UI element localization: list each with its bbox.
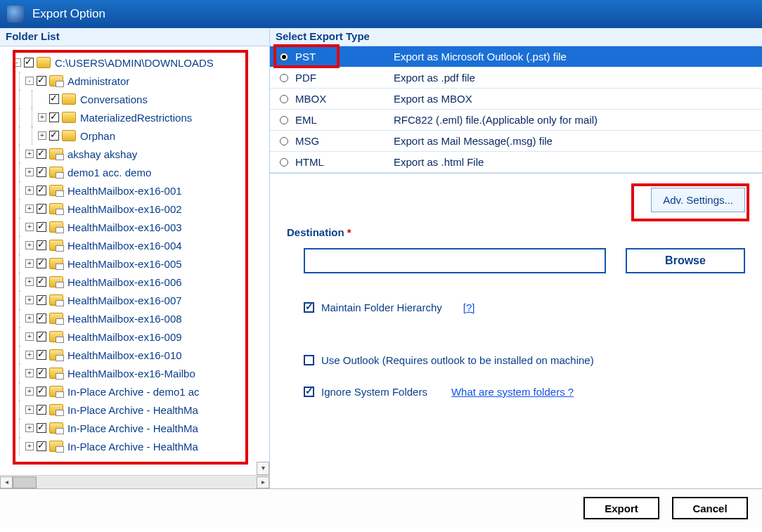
tree-node[interactable]: +In-Place Archive - HealthMa xyxy=(0,419,269,437)
mailbox-icon xyxy=(49,167,63,178)
tree-node[interactable]: +In-Place Archive - demo1 ac xyxy=(0,382,269,401)
tree-checkbox[interactable] xyxy=(37,204,46,214)
expand-icon[interactable]: + xyxy=(25,406,34,414)
tree-checkbox[interactable] xyxy=(37,240,46,250)
scrollbar-track[interactable] xyxy=(13,476,257,488)
tree-node[interactable]: +Orphan xyxy=(0,126,269,145)
tree-checkbox[interactable] xyxy=(49,94,59,104)
tree-node[interactable]: +HealthMailbox-ex16-003 xyxy=(0,218,269,236)
tree-checkbox[interactable] xyxy=(37,277,46,287)
expand-icon[interactable]: + xyxy=(38,113,46,122)
destination-input[interactable] xyxy=(304,248,606,273)
export-type-msg[interactable]: MSGExport as Mail Message(.msg) file xyxy=(270,131,762,152)
collapse-icon[interactable]: - xyxy=(25,77,34,85)
expand-icon[interactable]: + xyxy=(25,387,34,396)
tree-checkbox[interactable] xyxy=(37,222,46,232)
tree-node[interactable]: -Administrator xyxy=(0,72,269,90)
tree-checkbox[interactable] xyxy=(49,112,59,122)
expand-icon[interactable]: + xyxy=(25,442,34,450)
expand-icon[interactable]: + xyxy=(25,150,34,158)
scroll-left-icon[interactable]: ◂ xyxy=(0,476,13,488)
tree-checkbox[interactable] xyxy=(49,131,59,141)
folder-tree[interactable]: -C:\USERS\ADMIN\DOWNLOADS-AdministratorC… xyxy=(0,53,269,455)
expand-icon[interactable]: + xyxy=(25,296,34,304)
tree-node[interactable]: +akshay akshay xyxy=(0,145,269,163)
tree-node[interactable]: +demo1 acc. demo xyxy=(0,163,269,181)
tree-node[interactable]: +HealthMailbox-ex16-010 xyxy=(0,346,269,364)
radio-icon[interactable] xyxy=(280,53,288,61)
expand-icon[interactable]: + xyxy=(25,259,34,268)
tree-node[interactable]: +HealthMailbox-ex16-006 xyxy=(0,273,269,291)
ignore-system-checkbox[interactable] xyxy=(304,387,314,397)
tree-node[interactable]: +HealthMailbox-ex16-005 xyxy=(0,254,269,273)
scrollbar-thumb[interactable] xyxy=(13,476,37,488)
tree-checkbox[interactable] xyxy=(37,387,46,396)
tree-checkbox[interactable] xyxy=(37,441,46,451)
tree-node[interactable]: +In-Place Archive - HealthMa xyxy=(0,401,269,419)
tree-checkbox[interactable] xyxy=(37,259,46,268)
expand-icon[interactable]: + xyxy=(25,424,34,432)
tree-node[interactable]: +HealthMailbox-ex16-001 xyxy=(0,181,269,200)
tree-node[interactable]: +HealthMailbox-ex16-007 xyxy=(0,291,269,309)
tree-checkbox[interactable] xyxy=(37,423,46,433)
export-type-pdf[interactable]: PDFExport as .pdf file xyxy=(270,67,762,89)
expand-icon[interactable]: + xyxy=(25,186,34,195)
browse-button[interactable]: Browse xyxy=(626,248,745,273)
cancel-button[interactable]: Cancel xyxy=(672,497,748,519)
expand-icon[interactable]: + xyxy=(25,223,34,231)
adv-settings-button[interactable]: Adv. Settings... xyxy=(651,188,745,212)
expand-icon[interactable]: + xyxy=(25,205,34,213)
expand-icon[interactable]: + xyxy=(25,168,34,176)
horizontal-scrollbar[interactable]: ◂ ▸ xyxy=(0,475,269,488)
mailbox-icon xyxy=(49,240,63,251)
tree-node[interactable]: +HealthMailbox-ex16-002 xyxy=(0,200,269,218)
expand-icon[interactable]: + xyxy=(25,351,34,359)
tree-checkbox[interactable] xyxy=(37,149,46,159)
tree-checkbox[interactable] xyxy=(37,76,46,86)
radio-icon[interactable] xyxy=(280,95,288,103)
scroll-right-icon[interactable]: ▸ xyxy=(257,476,269,488)
expand-icon[interactable]: + xyxy=(25,241,34,249)
tree-node[interactable]: Conversations xyxy=(0,90,269,108)
tree-node[interactable]: +MaterializedRestrictions xyxy=(0,108,269,126)
expand-icon[interactable]: + xyxy=(25,332,34,341)
radio-icon[interactable] xyxy=(280,137,288,145)
use-outlook-option[interactable]: Use Outlook (Requires outlook to be inst… xyxy=(304,354,745,366)
ignore-system-option[interactable]: Ignore System Folders What are system fo… xyxy=(304,386,745,398)
collapse-icon[interactable]: - xyxy=(13,58,21,67)
tree-checkbox[interactable] xyxy=(37,186,46,195)
export-button[interactable]: Export xyxy=(583,497,659,519)
export-type-html[interactable]: HTMLExport as .html File xyxy=(270,152,762,173)
radio-icon[interactable] xyxy=(280,116,288,124)
radio-icon[interactable] xyxy=(280,158,288,167)
tree-node[interactable]: +HealthMailbox-ex16-004 xyxy=(0,236,269,254)
tree-node[interactable]: +HealthMailbox-ex16-Mailbo xyxy=(0,364,269,382)
export-type-pst[interactable]: PSTExport as Microsoft Outlook (.pst) fi… xyxy=(270,46,762,67)
tree-checkbox[interactable] xyxy=(37,167,46,177)
maintain-hierarchy-option[interactable]: Maintain Folder Hierarchy [?] xyxy=(304,301,745,313)
tree-checkbox[interactable] xyxy=(24,58,34,67)
tree-checkbox[interactable] xyxy=(37,350,46,360)
expand-icon[interactable]: + xyxy=(25,369,34,377)
tree-checkbox[interactable] xyxy=(37,368,46,378)
tree-node[interactable]: -C:\USERS\ADMIN\DOWNLOADS xyxy=(0,53,269,72)
tree-node[interactable]: +HealthMailbox-ex16-009 xyxy=(0,327,269,346)
scroll-down-icon[interactable]: ▾ xyxy=(257,462,269,475)
tree-checkbox[interactable] xyxy=(37,313,46,323)
expand-icon[interactable]: + xyxy=(25,314,34,323)
tree-node[interactable]: +HealthMailbox-ex16-008 xyxy=(0,309,269,327)
tree-checkbox[interactable] xyxy=(37,405,46,415)
system-folders-help-link[interactable]: What are system folders ? xyxy=(451,386,574,398)
maintain-hierarchy-checkbox[interactable] xyxy=(304,302,314,313)
maintain-hierarchy-help-link[interactable]: [?] xyxy=(463,301,475,313)
tree-checkbox[interactable] xyxy=(37,295,46,305)
export-type-eml[interactable]: EMLRFC822 (.eml) file.(Applicable only f… xyxy=(270,110,762,131)
expand-icon[interactable]: + xyxy=(25,278,34,286)
mailbox-icon xyxy=(49,313,63,324)
tree-node[interactable]: +In-Place Archive - HealthMa xyxy=(0,437,269,455)
export-type-mbox[interactable]: MBOXExport as MBOX xyxy=(270,89,762,110)
use-outlook-checkbox[interactable] xyxy=(304,355,314,365)
radio-icon[interactable] xyxy=(280,74,288,82)
expand-icon[interactable]: + xyxy=(38,131,46,140)
tree-checkbox[interactable] xyxy=(37,332,46,342)
